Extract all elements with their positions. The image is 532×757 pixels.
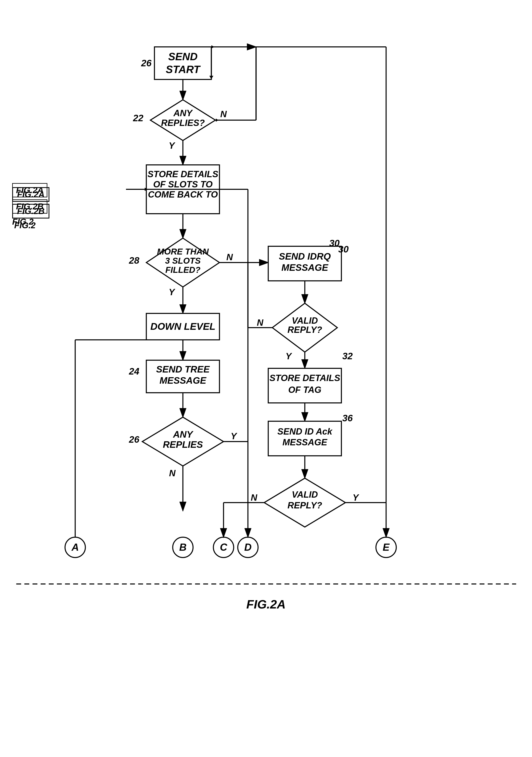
fig2-plain-label: FIG.2 [14, 221, 36, 230]
store-details-slots-2: OF SLOTS TO [153, 179, 213, 189]
flowchart-diagram: SEND START 26 ANY REPLIES? 22 N Y STORE … [0, 0, 532, 757]
send-tree-2: MESSAGE [159, 375, 207, 386]
send-idrq-2: MESSAGE [281, 262, 328, 273]
svg-marker-56 [216, 119, 218, 122]
store-details-tag-1: STORE DETAILS [269, 373, 340, 383]
n-label-4: N [251, 493, 258, 502]
fig2a-box-label: FIG.2A [17, 190, 44, 199]
any-replies-2-2: REPLIES [163, 439, 203, 450]
store-details-slots-1: STORE DETAILS [148, 169, 218, 179]
more-than-3-2: 3 SLOTS [165, 256, 201, 265]
send-id-ack-2: MESSAGE [282, 437, 327, 447]
any-replies-1-label: ANY [173, 108, 193, 118]
y-label-5: Y [231, 431, 238, 441]
fig2b-box-label: FIG.2B [17, 206, 44, 216]
n-label-1: N [220, 109, 227, 119]
connector-b: B [179, 542, 186, 553]
connector-c: C [220, 542, 227, 553]
send-start-label: SEND [168, 51, 198, 62]
label-32: 32 [342, 351, 353, 361]
y-label-4: Y [169, 287, 175, 297]
valid-reply-2-2: REPLY? [288, 500, 322, 510]
connector-a: A [71, 542, 79, 553]
n-label-2: N [226, 252, 233, 262]
bottom-fig-label: FIG.2A [246, 597, 286, 611]
page: FIG.2A FIG.2B FIG.2 SEND START 26 ANY RE… [0, 0, 532, 757]
more-than-3-3: FILLED? [165, 265, 201, 275]
label-22: 22 [133, 113, 144, 123]
send-tree-1: SEND TREE [156, 364, 210, 375]
store-details-tag-2: OF TAG [288, 385, 322, 395]
send-idrq-1: SEND IDRQ [279, 251, 331, 262]
down-level-label: DOWN LEVEL [150, 321, 215, 332]
any-replies-1-label2: REPLIES? [161, 118, 205, 128]
more-than-3-1: MORE THAN [157, 247, 209, 256]
store-details-slots-3: COME BACK TO [148, 189, 218, 199]
valid-reply-1-1: VALID [292, 316, 318, 325]
y-label-2: Y [286, 351, 292, 361]
connector-e: E [383, 542, 390, 553]
send-start-label2: START [166, 64, 201, 75]
any-replies-2-1: ANY [173, 429, 193, 439]
fig-labels-group: FIG.2A FIG.2B FIG.2 [12, 187, 49, 230]
valid-reply-2-1: VALID [292, 490, 318, 500]
label-26-1: 26 [141, 58, 152, 68]
connector-d: D [244, 542, 252, 553]
label-26-2: 26 [128, 434, 139, 445]
label-30-text: 30 [338, 244, 349, 255]
label-24: 24 [128, 366, 139, 377]
y-label-1: Y [169, 140, 175, 151]
label-36: 36 [342, 413, 353, 423]
valid-reply-1-2: REPLY? [288, 325, 322, 335]
y-label-3: Y [352, 493, 359, 502]
send-id-ack-1: SEND ID Ack [277, 426, 333, 437]
label-28: 28 [128, 255, 139, 266]
n-label-3: N [257, 318, 264, 327]
n-label-5: N [169, 468, 176, 478]
